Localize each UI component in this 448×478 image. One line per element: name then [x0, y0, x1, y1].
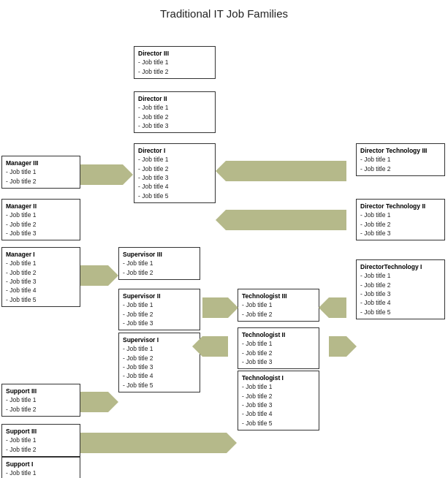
- box-dirtech3: Director Technology III - Job title 1 - …: [356, 143, 445, 176]
- page-title: Traditional IT Job Families: [0, 7, 448, 20]
- arrow-support3a: [80, 392, 108, 412]
- arrow-manager3-director1: [80, 164, 123, 185]
- box-supervisor3: Supervisor III - Job title 1 - Job title…: [118, 247, 200, 280]
- box-director3: Director III - Job title 1 - Job title 2: [134, 46, 216, 79]
- diagram: Director III - Job title 1 - Job title 2…: [0, 26, 448, 478]
- arrow-manager1-supervisor: [80, 265, 108, 286]
- box-manager1: Manager I - Job title 1 - Job title 2 - …: [1, 247, 80, 307]
- arrow-tech2-dirtech1: [329, 336, 346, 357]
- box-technologist1: Technologist I - Job title 1 - Job title…: [238, 371, 319, 430]
- arrow-dirtech3-director1: [226, 161, 346, 181]
- arrow-supervisor2-tech3: [202, 297, 228, 318]
- box-dirtech2: Director Technology II - Job title 1 - J…: [356, 199, 445, 240]
- arrow-tech2-supervisor1: [202, 336, 228, 357]
- box-support3b: Support III - Job title 1 - Job title 2: [1, 424, 80, 457]
- box-manager3: Manager III - Job title 1 - Job title 2: [1, 156, 80, 189]
- box-technologist3: Technologist III - Job title 1 - Job tit…: [238, 289, 319, 322]
- box-technologist2: Technologist II - Job title 1 - Job titl…: [238, 327, 319, 369]
- box-manager2: Manager II - Job title 1 - Job title 2 -…: [1, 199, 80, 240]
- arrow-dirtech2-director1: [226, 210, 346, 230]
- box-support1: Support I - Job title 1 - Job title 2 - …: [1, 457, 80, 478]
- arrow-support3b-tech1: [80, 433, 227, 453]
- box-supervisor2: Supervisor II - Job title 1 - Job title …: [118, 289, 200, 330]
- box-director2: Director II - Job title 1 - Job title 2 …: [134, 91, 216, 133]
- box-supervisor1: Supervisor I - Job title 1 - Job title 2…: [118, 333, 200, 392]
- arrow-dirtech1-tech3: [329, 297, 346, 318]
- box-support3a: Support III - Job title 1 - Job title 2: [1, 384, 80, 417]
- box-director1: Director I - Job title 1 - Job title 2 -…: [134, 143, 216, 203]
- box-dirtech1: DirectorTechnology I - Job title 1 - Job…: [356, 259, 445, 319]
